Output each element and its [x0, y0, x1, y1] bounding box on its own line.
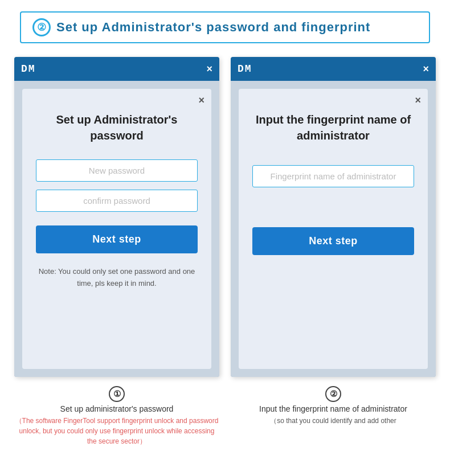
- fingerprint-name-input[interactable]: [252, 165, 414, 187]
- logo-right: DM: [238, 63, 252, 75]
- window-right: DM × × Input the fingerprint name of adm…: [231, 57, 436, 377]
- note-text-left: Note: You could only set one password an…: [36, 266, 198, 290]
- header-title: Set up Administrator's password and fing…: [56, 20, 370, 35]
- panels-row: DM × × Set up Administrator's password N…: [3, 57, 447, 377]
- dialog-right: × Input the fingerprint name of administ…: [239, 89, 428, 369]
- captions-row: ① Set up administrator's password （The s…: [3, 386, 447, 446]
- dialog-close-right[interactable]: ×: [415, 95, 421, 106]
- caption-circle-left: ①: [14, 386, 219, 404]
- caption-title-left: Set up administrator's password: [14, 404, 219, 413]
- caption-num-left: ①: [109, 386, 125, 402]
- next-step-button-right[interactable]: Next step: [252, 227, 414, 255]
- titlebar-right: DM ×: [231, 57, 436, 81]
- fingerprint-field: [252, 165, 414, 187]
- header-banner: ② Set up Administrator's password and fi…: [20, 11, 430, 43]
- caption-title-right: Input the fingerprint name of administra…: [231, 404, 436, 413]
- dialog-left: × Set up Administrator's password Next s…: [22, 89, 211, 369]
- caption-circle-right: ②: [231, 386, 436, 404]
- caption-right: ② Input the fingerprint name of administ…: [231, 386, 436, 446]
- new-password-input[interactable]: [36, 159, 198, 182]
- close-btn-right[interactable]: ×: [423, 64, 429, 74]
- caption-sub-left: （The software FingerTool support fingerp…: [14, 416, 219, 446]
- header-circle-num: ②: [32, 18, 51, 36]
- confirm-password-field: [36, 190, 198, 212]
- dialog-close-left[interactable]: ×: [198, 95, 204, 106]
- next-step-button-left[interactable]: Next step: [36, 225, 198, 253]
- window-body-left: × Set up Administrator's password Next s…: [14, 81, 219, 377]
- close-btn-left[interactable]: ×: [206, 64, 212, 74]
- confirm-password-input[interactable]: [36, 190, 198, 212]
- dialog-title-left: Set up Administrator's password: [36, 112, 198, 143]
- logo-left: DM: [21, 63, 36, 75]
- caption-sub-right: （so that you could identify and add othe…: [231, 416, 436, 426]
- window-left: DM × × Set up Administrator's password N…: [14, 57, 219, 377]
- titlebar-left: DM ×: [14, 57, 219, 81]
- dialog-title-right: Input the fingerprint name of administra…: [252, 112, 414, 143]
- caption-left: ① Set up administrator's password （The s…: [14, 386, 219, 446]
- caption-num-right: ②: [325, 386, 341, 402]
- new-password-field: [36, 159, 198, 182]
- window-body-right: × Input the fingerprint name of administ…: [231, 81, 436, 377]
